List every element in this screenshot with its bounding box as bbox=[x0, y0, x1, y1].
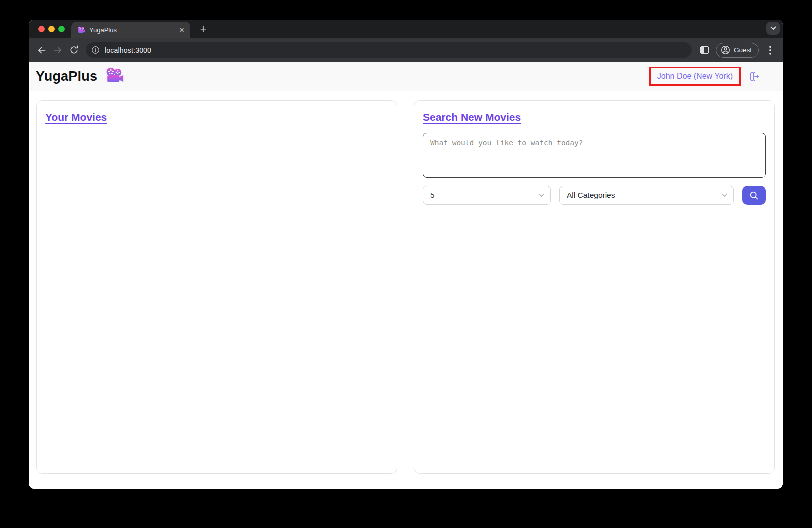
info-circle-icon bbox=[92, 46, 100, 54]
tab-close-icon[interactable]: × bbox=[178, 26, 186, 34]
back-button[interactable] bbox=[34, 42, 50, 58]
chevron-down-icon bbox=[716, 194, 734, 198]
reload-button[interactable] bbox=[66, 42, 82, 58]
close-window-button[interactable] bbox=[38, 26, 45, 32]
movie-search-input[interactable] bbox=[423, 133, 766, 178]
app-page: YugaPlus bbox=[29, 62, 783, 489]
side-panel-toggle-button[interactable] bbox=[697, 42, 713, 58]
chevron-down-icon bbox=[770, 26, 776, 30]
brand: YugaPlus bbox=[36, 67, 124, 86]
user-profile-link[interactable]: John Doe (New York) bbox=[658, 72, 733, 81]
movie-camera-logo-icon bbox=[105, 67, 124, 86]
browser-menu-button[interactable] bbox=[763, 42, 778, 58]
annotation-highlight-box: John Doe (New York) bbox=[650, 67, 741, 86]
person-circle-icon bbox=[721, 46, 730, 55]
reload-icon bbox=[70, 46, 79, 55]
search-submit-button[interactable] bbox=[742, 186, 766, 205]
logout-icon[interactable] bbox=[748, 71, 760, 82]
tab-title: YugaPlus bbox=[90, 26, 174, 34]
new-tab-button[interactable]: + bbox=[196, 22, 210, 36]
desktop-background: YugaPlus × + bbox=[0, 0, 812, 528]
forward-button[interactable] bbox=[50, 42, 66, 58]
address-bar[interactable]: localhost:3000 bbox=[86, 42, 692, 58]
profile-button-label: Guest bbox=[734, 46, 752, 54]
result-count-select[interactable]: 5 bbox=[423, 186, 551, 205]
kebab-menu-icon bbox=[770, 46, 772, 55]
site-info-icon[interactable] bbox=[89, 44, 102, 57]
app-header: YugaPlus bbox=[29, 62, 783, 92]
arrow-left-icon bbox=[37, 46, 47, 56]
category-select[interactable]: All Categories bbox=[560, 186, 734, 205]
tab-search-button[interactable] bbox=[766, 22, 780, 35]
fullscreen-window-button[interactable] bbox=[58, 26, 65, 32]
arrow-right-icon bbox=[53, 46, 63, 56]
category-value: All Categories bbox=[567, 191, 715, 200]
header-right: John Doe (New York) bbox=[650, 67, 760, 86]
main-content: Your Movies Search New Movies 5 bbox=[29, 92, 783, 489]
chevron-down-icon bbox=[532, 194, 550, 198]
your-movies-panel: Your Movies bbox=[36, 100, 398, 474]
window-controls bbox=[38, 26, 65, 32]
result-count-value: 5 bbox=[430, 191, 532, 200]
minimize-window-button[interactable] bbox=[48, 26, 55, 32]
browser-toolbar: localhost:3000 Guest bbox=[29, 38, 783, 62]
tab-favicon-movie-camera-icon bbox=[78, 26, 86, 34]
browser-tab[interactable]: YugaPlus × bbox=[72, 22, 190, 38]
app-title: YugaPlus bbox=[36, 69, 98, 84]
search-movies-title: Search New Movies bbox=[423, 112, 521, 124]
browser-window: YugaPlus × + bbox=[29, 20, 783, 489]
browser-tab-strip: YugaPlus × + bbox=[29, 20, 783, 38]
search-controls: 5 All Categories bbox=[423, 186, 766, 205]
profile-button[interactable]: Guest bbox=[716, 43, 759, 58]
magnifier-icon bbox=[749, 190, 760, 201]
your-movies-title: Your Movies bbox=[46, 112, 107, 124]
split-panel-icon bbox=[700, 46, 710, 54]
url-text: localhost:3000 bbox=[105, 46, 152, 54]
search-movies-panel: Search New Movies 5 bbox=[414, 100, 775, 474]
